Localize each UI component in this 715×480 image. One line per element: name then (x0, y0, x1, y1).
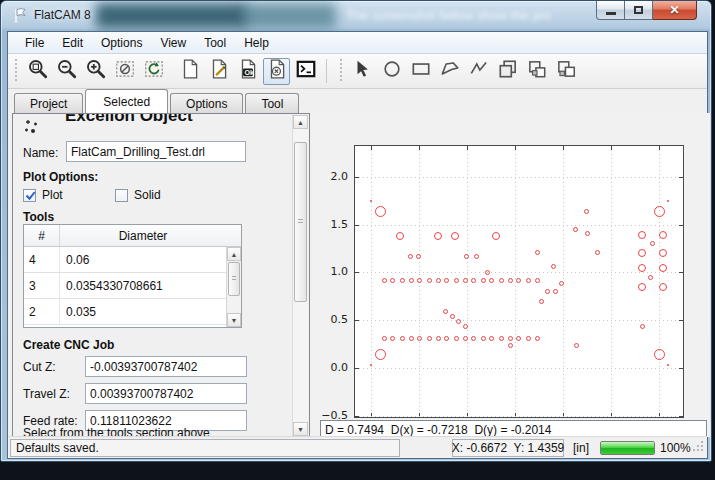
scroll-down-icon[interactable]: ▼ (293, 422, 308, 436)
tab-tool[interactable]: Tool (245, 93, 299, 113)
drill-point-medium-drills (638, 231, 646, 239)
plot-checkbox[interactable] (23, 189, 36, 202)
drill-point-small-drills (463, 336, 468, 341)
copy-geometry-button[interactable] (494, 58, 521, 85)
panel-scrollbar[interactable]: ▲ ▼ (292, 115, 308, 436)
app-icon (12, 7, 29, 24)
titlebar[interactable]: The screenshot below show the pro FlatCA… (1, 1, 711, 31)
minimize-icon (606, 12, 616, 15)
drill-point-small-drills (400, 336, 405, 341)
drill-point-small-drills (574, 343, 579, 348)
y-tick-label: 0.0 (318, 361, 348, 374)
drill-point-small-drills (526, 278, 531, 283)
drill-point-small-drills (409, 278, 414, 283)
import-excellon-button[interactable] (263, 58, 290, 85)
draw-polygon-icon (439, 58, 461, 84)
import-gerber-button[interactable]: Ok (234, 58, 261, 85)
drill-point-small-drills (535, 336, 540, 341)
draw-polygon-button[interactable] (436, 58, 463, 85)
table-row[interactable]: 40.06 (24, 247, 241, 273)
draw-circle-button[interactable] (378, 58, 405, 85)
menu-item-options[interactable]: Options (92, 33, 151, 53)
status-message: Defaults saved. (10, 439, 400, 457)
toolbar-drag-handle[interactable] (14, 59, 19, 83)
table-row[interactable]: 30.0354330708661 (24, 273, 241, 299)
menu-item-file[interactable]: File (16, 33, 53, 53)
menu-item-view[interactable]: View (151, 33, 195, 53)
copy-objects-button[interactable] (552, 58, 579, 85)
drill-point-small-drills (471, 336, 476, 341)
cut-z-input[interactable] (85, 356, 247, 377)
scroll-down-icon[interactable]: ▼ (227, 313, 241, 327)
scrollbar-thumb[interactable] (228, 262, 240, 296)
travel-z-input[interactable] (85, 383, 247, 404)
drill-point-medium-drills (638, 283, 646, 291)
drill-point-medium-drills (659, 249, 667, 257)
drill-point-small-drills (436, 336, 441, 341)
gridline (355, 177, 683, 178)
tick-mark (467, 146, 468, 150)
plot-checkbox-label: Plot (42, 188, 63, 202)
close-button[interactable]: ✕ (653, 1, 697, 20)
minimize-button[interactable] (596, 1, 625, 20)
drill-point-small-drills (471, 278, 476, 283)
excellon-object-icon (23, 120, 39, 136)
move-objects-button[interactable] (523, 58, 550, 85)
tab-project[interactable]: Project (14, 93, 83, 113)
drill-point-medium-drills (638, 249, 646, 257)
drill-point-small-drills (427, 336, 432, 341)
drill-point-large-drills (654, 206, 665, 217)
clear-plot-button[interactable] (111, 58, 138, 85)
drill-point-small-drills (535, 250, 540, 255)
draw-polyline-button[interactable] (465, 58, 492, 85)
menu-item-help[interactable]: Help (235, 33, 278, 53)
tick-mark (659, 146, 660, 150)
solid-checkbox-label: Solid (134, 188, 161, 202)
drill-point-small-drills (508, 278, 513, 283)
tools-col-num[interactable]: # (24, 225, 60, 246)
drill-point-large-drills (654, 349, 665, 360)
resize-grip[interactable] (692, 438, 704, 456)
tab-options[interactable]: Options (170, 93, 243, 113)
open-project-button[interactable] (205, 58, 232, 85)
plot-canvas[interactable]: 0.00.51.01.52.02.53.02.01.51.00.50.0−0.5 (314, 113, 710, 437)
scrollbar-thumb[interactable] (294, 142, 307, 302)
drill-point-small-drills (409, 336, 414, 341)
scroll-up-icon[interactable]: ▲ (293, 115, 308, 129)
tools-table-scrollbar[interactable]: ▲ ▼ (226, 247, 241, 327)
zoom-in-button[interactable] (82, 58, 109, 85)
draw-rectangle-button[interactable] (407, 58, 434, 85)
tick-mark (679, 368, 683, 369)
tool-diameter-cell: 0.06 (60, 247, 241, 272)
maximize-icon (634, 6, 643, 14)
move-objects-icon (526, 58, 548, 84)
toolbar-separator (326, 59, 327, 83)
gridline (355, 225, 683, 226)
tick-mark (679, 272, 683, 273)
drill-point-small-drills (416, 254, 421, 259)
solid-checkbox[interactable] (115, 189, 128, 202)
maximize-button[interactable] (625, 1, 653, 20)
gridline (355, 320, 683, 321)
gridline (355, 416, 683, 417)
select-button[interactable] (349, 58, 376, 85)
tab-selected[interactable]: Selected (85, 89, 168, 113)
replot-button[interactable] (140, 58, 167, 85)
toolbar-drag-handle[interactable] (339, 59, 344, 83)
name-input[interactable] (66, 141, 246, 162)
tool-diameter-cell: 0.035 (60, 299, 241, 324)
tools-col-diameter[interactable]: Diameter (60, 225, 241, 246)
menu-item-tool[interactable]: Tool (195, 33, 235, 53)
zoom-out-button[interactable] (53, 58, 80, 85)
zoom-fit-button[interactable] (24, 58, 51, 85)
tab-bar: ProjectSelectedOptionsTool (8, 89, 707, 113)
new-project-icon (179, 58, 201, 84)
shell-button[interactable] (292, 58, 319, 85)
tick-mark (611, 146, 612, 150)
table-row[interactable]: 20.035 (24, 299, 241, 325)
tick-mark (355, 368, 359, 369)
new-project-button[interactable] (176, 58, 203, 85)
plot-axes[interactable] (354, 145, 684, 418)
scroll-up-icon[interactable]: ▲ (227, 247, 241, 261)
menu-item-edit[interactable]: Edit (53, 33, 92, 53)
